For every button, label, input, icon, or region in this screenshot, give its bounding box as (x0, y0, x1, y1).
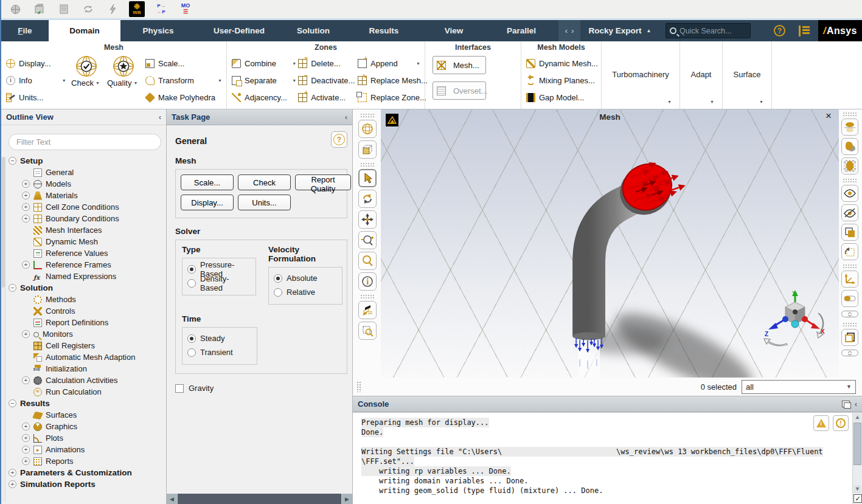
tree-item[interactable]: General (7, 167, 166, 178)
show-surfaces-button[interactable] (841, 185, 858, 202)
tree-item[interactable]: Results (7, 398, 166, 409)
ruler-toggle-button[interactable] (841, 290, 858, 307)
tree-item[interactable]: Graphics (7, 421, 166, 432)
tree-item[interactable]: Controls (7, 305, 166, 317)
tree-toggle[interactable] (9, 480, 16, 488)
tree-toggle[interactable] (9, 157, 16, 165)
scroll-left-icon[interactable]: ◀ (167, 494, 177, 504)
chevron-down-icon[interactable]: ▼ (290, 78, 298, 83)
chevron-down-icon[interactable]: ▼ (131, 81, 139, 85)
radio-option[interactable]: Relative (274, 285, 336, 299)
ribbon-group-surface[interactable]: Surface ▼ (723, 41, 772, 109)
rotate-tool-button[interactable] (358, 190, 377, 208)
tree-item[interactable]: Materials (7, 190, 166, 201)
tree-item[interactable]: Named Expressions (7, 271, 166, 282)
scroll-up-icon[interactable]: ▲ (853, 413, 861, 421)
autoscroll-checkbox[interactable]: ✓ (853, 494, 862, 503)
radio-option[interactable]: Transient (187, 345, 251, 359)
mesh-units-button[interactable]: Units... (6, 89, 68, 106)
collapse-ribbon-icon[interactable]: ▲ (647, 28, 652, 33)
ribbon-tab[interactable]: Domain (49, 20, 120, 41)
tree-toggle[interactable] (22, 330, 30, 338)
tree-item[interactable]: Setup (7, 155, 166, 167)
chevron-down-icon[interactable]: ▼ (666, 100, 673, 104)
collapse-panel-icon[interactable]: ‹ (345, 113, 347, 122)
tree-item[interactable]: Run Calculation (7, 386, 166, 398)
scale-button[interactable]: Scale... (181, 174, 234, 190)
mixing-planes-button[interactable]: Mixing Planes... (526, 72, 601, 89)
axes-toggle-button[interactable] (841, 271, 858, 288)
tree-toggle[interactable] (22, 423, 30, 430)
tree-toggle[interactable] (22, 376, 30, 384)
zoom-tool-button[interactable] (358, 252, 377, 270)
tree-item[interactable]: Mesh Interfaces (7, 224, 166, 236)
tree-toggle[interactable] (22, 215, 30, 223)
ribbon-tab[interactable]: Solution (282, 20, 344, 41)
tree-toggle[interactable] (22, 192, 30, 199)
tree-toggle[interactable] (22, 457, 30, 465)
tree-item[interactable]: Initialization (7, 363, 166, 375)
zones-separate-button[interactable]: Separate▼ (232, 72, 298, 89)
errors-button[interactable]: ! (833, 415, 849, 431)
mesh-display-button[interactable]: Display... (6, 55, 68, 72)
read-case-icon[interactable] (32, 1, 47, 17)
quick-search[interactable] (666, 23, 751, 38)
chevron-down-icon[interactable]: ▼ (708, 100, 716, 104)
mesh-quality-button[interactable]: Quality▼ (106, 55, 141, 106)
ribbon-group-turbomachinery[interactable]: Turbomachinery ▼ (602, 41, 680, 109)
pointer-tool-button[interactable] (358, 169, 377, 187)
drag-handle-icon[interactable] (356, 381, 361, 392)
drag-handle-icon[interactable] (843, 322, 857, 326)
zones-replace-zone-button[interactable]: Replace Zone... (358, 89, 422, 106)
warnings-button[interactable] (813, 415, 829, 431)
display-options-button[interactable] (358, 301, 377, 319)
tree-item[interactable]: Plots (7, 432, 166, 444)
collapse-toolbar-pill[interactable] (841, 311, 858, 317)
write-case-icon[interactable] (56, 1, 72, 17)
zoom-in-out-tool-button[interactable] (358, 231, 377, 249)
chevron-down-icon[interactable]: ▼ (414, 61, 422, 66)
tree-item[interactable]: Cell Zone Conditions (7, 201, 166, 213)
filter-input[interactable] (9, 134, 161, 150)
ribbon-tab[interactable]: Results (344, 20, 423, 41)
scroll-down-icon[interactable]: ▼ (853, 485, 861, 493)
report-quality-button[interactable]: Report Quality (295, 174, 351, 190)
tree-item[interactable]: Reference Frames (7, 259, 166, 271)
chevron-down-icon[interactable]: ▼ (94, 81, 102, 85)
drag-handle-icon[interactable] (843, 112, 857, 116)
tree-item[interactable]: Cell Registers (7, 340, 166, 351)
ribbon-tab[interactable]: Physics (120, 20, 196, 41)
parallel-transfer-icon[interactable]: P→←P (153, 1, 169, 17)
tree-toggle[interactable] (22, 180, 30, 188)
zones-deactivate-button[interactable]: Deactivate... (298, 72, 358, 89)
reflections-button[interactable] (841, 119, 858, 136)
zoom-area-button[interactable] (358, 322, 377, 340)
shadows-button[interactable] (841, 138, 858, 155)
chevron-down-icon[interactable]: ▼ (290, 61, 298, 66)
tree-item[interactable]: Boundary Conditions (7, 213, 166, 224)
check-button[interactable]: Check (238, 174, 291, 190)
tree-item[interactable]: Animations (7, 444, 166, 455)
window-copy-button[interactable] (841, 329, 858, 346)
refresh-icon[interactable] (80, 1, 96, 17)
gap-model-button[interactable]: Gap Model... (526, 89, 601, 106)
zones-activate-button[interactable]: Activate... (298, 89, 358, 106)
zones-append-button[interactable]: Append▼ (358, 55, 422, 72)
hide-surfaces-button[interactable] (841, 204, 858, 221)
make-polyhedra-button[interactable]: Make Polyhedra (145, 89, 224, 106)
tab-scroll-left-icon[interactable]: ‹ (565, 26, 568, 35)
mesh-sphere-icon[interactable] (7, 1, 23, 17)
tree-item[interactable]: Dynamic Mesh (7, 236, 166, 247)
copy-view-button[interactable] (841, 224, 858, 241)
probe-info-button[interactable] (358, 272, 377, 291)
scrollbar-thumb[interactable] (178, 494, 341, 504)
display-button[interactable]: Display... (181, 195, 234, 210)
restore-view-button[interactable] (841, 243, 858, 260)
tree-item[interactable]: Models (7, 178, 166, 190)
help-button[interactable]: ? (331, 131, 347, 148)
tree-item[interactable]: Reference Values (7, 247, 166, 259)
gravity-checkbox[interactable]: Gravity (175, 384, 347, 393)
interfaces-overset-button[interactable]: Overset... (433, 81, 486, 100)
tree-item[interactable]: Calculation Activities (7, 375, 166, 386)
guide-icon[interactable] (799, 26, 810, 36)
